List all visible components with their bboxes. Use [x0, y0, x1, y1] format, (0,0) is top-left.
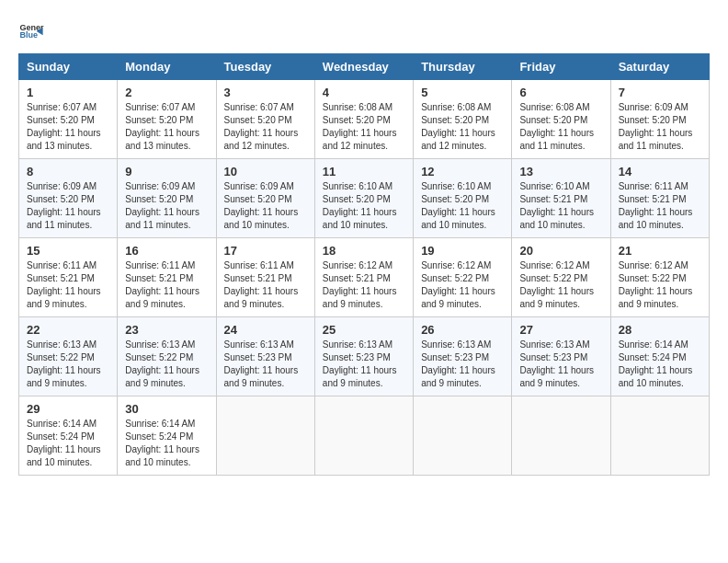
- calendar-week-row: 8 Sunrise: 6:09 AM Sunset: 5:20 PM Dayli…: [19, 159, 710, 238]
- calendar-cell: 14 Sunrise: 6:11 AM Sunset: 5:21 PM Dayl…: [610, 159, 709, 238]
- calendar-cell: 30 Sunrise: 6:14 AM Sunset: 5:24 PM Dayl…: [118, 396, 216, 476]
- day-number: 15: [27, 244, 109, 258]
- day-info: Sunrise: 6:08 AM Sunset: 5:20 PM Dayligh…: [323, 101, 405, 153]
- calendar-cell: 8 Sunrise: 6:09 AM Sunset: 5:20 PM Dayli…: [19, 159, 118, 238]
- day-info: Sunrise: 6:13 AM Sunset: 5:23 PM Dayligh…: [323, 339, 405, 390]
- day-number: 4: [323, 86, 405, 99]
- day-number: 11: [323, 165, 405, 178]
- calendar-header-wednesday: Wednesday: [314, 54, 413, 80]
- day-number: 17: [224, 244, 307, 258]
- logo-icon: General Blue: [18, 18, 44, 44]
- calendar-header-sunday: Sunday: [19, 54, 118, 80]
- day-info: Sunrise: 6:12 AM Sunset: 5:22 PM Dayligh…: [519, 259, 602, 311]
- calendar-cell: 29 Sunrise: 6:14 AM Sunset: 5:24 PM Dayl…: [19, 396, 118, 476]
- day-info: Sunrise: 6:07 AM Sunset: 5:20 PM Dayligh…: [27, 101, 109, 153]
- calendar-cell: 11 Sunrise: 6:10 AM Sunset: 5:20 PM Dayl…: [314, 159, 413, 238]
- calendar-cell: 2 Sunrise: 6:07 AM Sunset: 5:20 PM Dayli…: [118, 80, 216, 159]
- day-info: Sunrise: 6:13 AM Sunset: 5:23 PM Dayligh…: [519, 339, 602, 390]
- day-info: Sunrise: 6:12 AM Sunset: 5:22 PM Dayligh…: [619, 259, 701, 311]
- day-info: Sunrise: 6:08 AM Sunset: 5:20 PM Dayligh…: [421, 101, 504, 153]
- day-number: 24: [224, 323, 307, 337]
- day-number: 23: [125, 323, 208, 337]
- day-number: 7: [619, 86, 701, 99]
- day-info: Sunrise: 6:14 AM Sunset: 5:24 PM Dayligh…: [27, 418, 109, 469]
- calendar-body: 1 Sunrise: 6:07 AM Sunset: 5:20 PM Dayli…: [19, 80, 710, 476]
- calendar-cell: 6 Sunrise: 6:08 AM Sunset: 5:20 PM Dayli…: [512, 80, 610, 159]
- calendar-cell: [314, 396, 413, 476]
- calendar-week-row: 29 Sunrise: 6:14 AM Sunset: 5:24 PM Dayl…: [19, 396, 710, 476]
- calendar-cell: 9 Sunrise: 6:09 AM Sunset: 5:20 PM Dayli…: [118, 159, 216, 238]
- day-info: Sunrise: 6:10 AM Sunset: 5:20 PM Dayligh…: [421, 180, 504, 232]
- svg-text:Blue: Blue: [19, 30, 38, 40]
- calendar-cell: [610, 396, 709, 476]
- day-number: 19: [421, 244, 504, 258]
- day-info: Sunrise: 6:08 AM Sunset: 5:20 PM Dayligh…: [519, 101, 602, 153]
- calendar-header-monday: Monday: [118, 54, 216, 80]
- calendar-header-friday: Friday: [512, 54, 610, 80]
- day-number: 13: [519, 165, 602, 178]
- day-number: 25: [323, 323, 405, 337]
- calendar-cell: 24 Sunrise: 6:13 AM Sunset: 5:23 PM Dayl…: [216, 317, 314, 396]
- day-number: 14: [619, 165, 701, 178]
- day-info: Sunrise: 6:09 AM Sunset: 5:20 PM Dayligh…: [619, 101, 701, 153]
- calendar-cell: 20 Sunrise: 6:12 AM Sunset: 5:22 PM Dayl…: [512, 238, 610, 317]
- day-number: 16: [125, 244, 208, 258]
- day-info: Sunrise: 6:11 AM Sunset: 5:21 PM Dayligh…: [125, 259, 208, 311]
- calendar-cell: 16 Sunrise: 6:11 AM Sunset: 5:21 PM Dayl…: [118, 238, 216, 317]
- day-number: 20: [519, 244, 602, 258]
- calendar-week-row: 22 Sunrise: 6:13 AM Sunset: 5:22 PM Dayl…: [19, 317, 710, 396]
- day-info: Sunrise: 6:09 AM Sunset: 5:20 PM Dayligh…: [27, 180, 109, 232]
- day-info: Sunrise: 6:10 AM Sunset: 5:20 PM Dayligh…: [323, 180, 405, 232]
- calendar-cell: 27 Sunrise: 6:13 AM Sunset: 5:23 PM Dayl…: [512, 317, 610, 396]
- day-info: Sunrise: 6:12 AM Sunset: 5:21 PM Dayligh…: [323, 259, 405, 311]
- calendar-table: SundayMondayTuesdayWednesdayThursdayFrid…: [18, 53, 710, 476]
- day-info: Sunrise: 6:09 AM Sunset: 5:20 PM Dayligh…: [125, 180, 208, 232]
- day-number: 21: [619, 244, 701, 258]
- day-info: Sunrise: 6:13 AM Sunset: 5:22 PM Dayligh…: [27, 339, 109, 390]
- calendar-week-row: 15 Sunrise: 6:11 AM Sunset: 5:21 PM Dayl…: [19, 238, 710, 317]
- day-number: 10: [224, 165, 307, 178]
- day-info: Sunrise: 6:13 AM Sunset: 5:22 PM Dayligh…: [125, 339, 208, 390]
- logo: General Blue: [18, 18, 44, 44]
- day-number: 29: [27, 402, 109, 416]
- calendar-cell: 12 Sunrise: 6:10 AM Sunset: 5:20 PM Dayl…: [414, 159, 512, 238]
- calendar-week-row: 1 Sunrise: 6:07 AM Sunset: 5:20 PM Dayli…: [19, 80, 710, 159]
- day-number: 30: [125, 402, 208, 416]
- calendar-header-saturday: Saturday: [610, 54, 709, 80]
- calendar-header-thursday: Thursday: [414, 54, 512, 80]
- day-number: 8: [27, 165, 109, 178]
- calendar-header-row: SundayMondayTuesdayWednesdayThursdayFrid…: [19, 54, 710, 80]
- calendar-cell: 13 Sunrise: 6:10 AM Sunset: 5:21 PM Dayl…: [512, 159, 610, 238]
- calendar-cell: 21 Sunrise: 6:12 AM Sunset: 5:22 PM Dayl…: [610, 238, 709, 317]
- day-number: 6: [519, 86, 602, 99]
- day-number: 26: [421, 323, 504, 337]
- calendar-cell: 23 Sunrise: 6:13 AM Sunset: 5:22 PM Dayl…: [118, 317, 216, 396]
- day-info: Sunrise: 6:13 AM Sunset: 5:23 PM Dayligh…: [421, 339, 504, 390]
- day-info: Sunrise: 6:10 AM Sunset: 5:21 PM Dayligh…: [519, 180, 602, 232]
- calendar-cell: 26 Sunrise: 6:13 AM Sunset: 5:23 PM Dayl…: [414, 317, 512, 396]
- calendar-cell: 25 Sunrise: 6:13 AM Sunset: 5:23 PM Dayl…: [314, 317, 413, 396]
- calendar-cell: 15 Sunrise: 6:11 AM Sunset: 5:21 PM Dayl…: [19, 238, 118, 317]
- calendar-cell: 22 Sunrise: 6:13 AM Sunset: 5:22 PM Dayl…: [19, 317, 118, 396]
- day-info: Sunrise: 6:13 AM Sunset: 5:23 PM Dayligh…: [224, 339, 307, 390]
- calendar-cell: [216, 396, 314, 476]
- calendar-cell: 10 Sunrise: 6:09 AM Sunset: 5:20 PM Dayl…: [216, 159, 314, 238]
- day-info: Sunrise: 6:11 AM Sunset: 5:21 PM Dayligh…: [619, 180, 701, 232]
- day-number: 22: [27, 323, 109, 337]
- day-info: Sunrise: 6:14 AM Sunset: 5:24 PM Dayligh…: [619, 339, 701, 390]
- day-info: Sunrise: 6:12 AM Sunset: 5:22 PM Dayligh…: [421, 259, 504, 311]
- day-info: Sunrise: 6:07 AM Sunset: 5:20 PM Dayligh…: [224, 101, 307, 153]
- day-number: 2: [125, 86, 208, 99]
- day-info: Sunrise: 6:11 AM Sunset: 5:21 PM Dayligh…: [27, 259, 109, 311]
- page-header: General Blue: [18, 18, 710, 44]
- calendar-cell: 17 Sunrise: 6:11 AM Sunset: 5:21 PM Dayl…: [216, 238, 314, 317]
- calendar-header-tuesday: Tuesday: [216, 54, 314, 80]
- calendar-cell: 3 Sunrise: 6:07 AM Sunset: 5:20 PM Dayli…: [216, 80, 314, 159]
- day-number: 12: [421, 165, 504, 178]
- day-info: Sunrise: 6:11 AM Sunset: 5:21 PM Dayligh…: [224, 259, 307, 311]
- day-info: Sunrise: 6:14 AM Sunset: 5:24 PM Dayligh…: [125, 418, 208, 469]
- calendar-cell: 4 Sunrise: 6:08 AM Sunset: 5:20 PM Dayli…: [314, 80, 413, 159]
- day-number: 9: [125, 165, 208, 178]
- day-number: 18: [323, 244, 405, 258]
- day-number: 1: [27, 86, 109, 99]
